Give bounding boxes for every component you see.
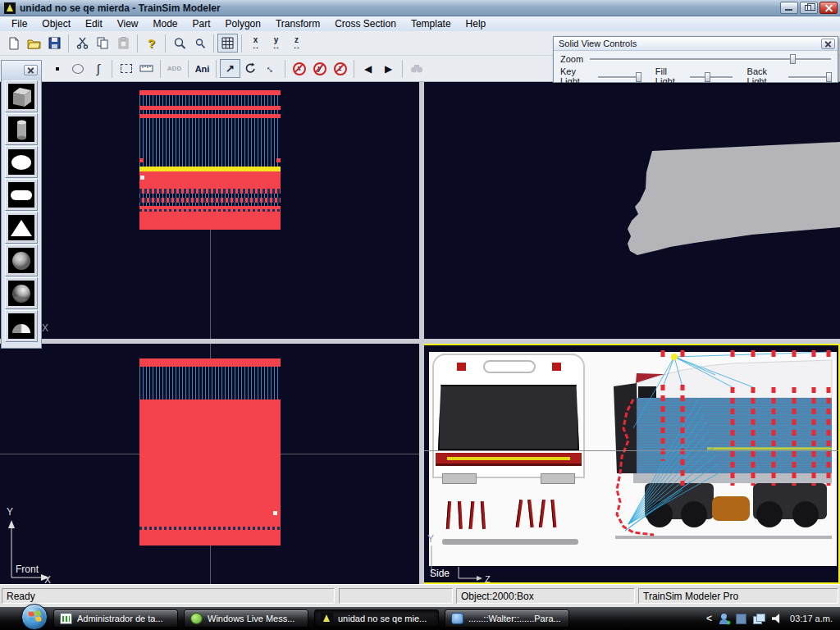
mirror-x-button[interactable]: x↔ (245, 34, 266, 52)
copy-button[interactable] (93, 34, 113, 52)
next-icon: ▶ (385, 63, 392, 75)
lock-z-button[interactable]: z (330, 59, 350, 78)
fill-light-slider[interactable] (690, 71, 733, 82)
tray-network-icon[interactable] (753, 614, 765, 623)
lock-x-icon: x (293, 62, 306, 75)
menu-polygon[interactable]: Polygon (218, 17, 268, 31)
box-icon (8, 84, 34, 109)
restore-button[interactable] (800, 2, 818, 14)
front-axis-x-label: X (44, 574, 51, 584)
help-button[interactable]: ? (141, 34, 162, 52)
primitive-cone-button[interactable] (5, 212, 38, 244)
viewport-splitter-horizontal[interactable] (0, 339, 840, 344)
open-file-icon (27, 37, 41, 49)
menu-edit[interactable]: Edit (78, 17, 110, 31)
ellipse-tool-button[interactable] (67, 59, 88, 78)
viewport-side-active[interactable]: Y Side Z (422, 344, 840, 584)
close-button[interactable] (819, 2, 838, 14)
taskbar-button-chat[interactable]: ......::Walter::......Para... (445, 609, 569, 628)
menu-object[interactable]: Object (34, 17, 78, 31)
mirror-z-button[interactable]: z↔ (286, 34, 307, 52)
back-light-slider[interactable] (788, 71, 831, 82)
title-bar[interactable]: unidad no se qe mierda - TrainSim Modele… (0, 0, 840, 16)
dome-icon (8, 313, 34, 339)
windshield (438, 385, 579, 450)
viewport-top[interactable]: X (0, 82, 419, 339)
taskbar-button-task-manager[interactable]: Administrador de ta... (53, 609, 178, 628)
minimize-button[interactable] (780, 2, 798, 14)
primitives-palette[interactable] (1, 60, 42, 349)
vertex-handle[interactable] (140, 176, 144, 180)
primitives-palette-titlebar[interactable] (2, 61, 41, 80)
solid-view-controls-titlebar[interactable]: Solid View Controls (554, 37, 838, 51)
zoom-in-button[interactable] (169, 34, 189, 52)
primitive-cylinder-button[interactable] (5, 113, 38, 145)
tray-messenger-icon[interactable] (719, 614, 729, 624)
scale-tool-button[interactable]: ↔ (261, 59, 281, 78)
primitive-ellipse-button[interactable] (5, 146, 38, 178)
viewport-splitter-vertical[interactable] (419, 82, 424, 584)
primitive-dome-button[interactable] (5, 310, 38, 342)
cut-button[interactable] (72, 34, 93, 52)
zoom-out-button[interactable] (189, 34, 210, 52)
curve-tool-button[interactable]: ∫ (88, 59, 108, 78)
animation-button[interactable]: Ani (192, 59, 212, 78)
primitive-box-button[interactable] (5, 80, 38, 112)
menu-view[interactable]: View (110, 17, 146, 31)
chat-icon (451, 613, 463, 624)
taskbar-button-messenger[interactable]: Windows Live Mess... (184, 609, 308, 628)
tray-app-icon[interactable] (736, 614, 746, 624)
primitive-capsule-button[interactable] (5, 179, 38, 211)
tray-volume-icon[interactable] (772, 614, 783, 623)
zoom-slider[interactable] (590, 53, 831, 64)
save-button[interactable] (44, 34, 65, 52)
taskbar-button-trainsim[interactable]: unidad no se qe mie... (314, 609, 439, 628)
menu-help[interactable]: Help (459, 17, 494, 31)
menu-file[interactable]: File (4, 17, 34, 31)
grid-toggle-button[interactable] (217, 34, 238, 52)
palette-close-button[interactable] (821, 39, 835, 49)
mirror-y-button[interactable]: y↔ (266, 34, 286, 52)
move-tool-button[interactable]: ↗ (220, 59, 240, 78)
new-file-button[interactable] (3, 34, 24, 52)
measure-button[interactable] (136, 59, 157, 78)
menu-cross-section[interactable]: Cross Section (327, 17, 404, 31)
next-button[interactable]: ▶ (378, 59, 399, 78)
svg-text:Y: Y (427, 533, 434, 545)
binoculars-icon (410, 63, 423, 74)
svg-text:Z: Z (485, 574, 491, 583)
top-view-wireframe-object[interactable] (139, 90, 281, 230)
menu-transform[interactable]: Transform (268, 17, 327, 31)
cone-icon (8, 215, 34, 240)
primitive-geosphere-button[interactable] (5, 277, 38, 309)
selected-vertex[interactable] (671, 354, 678, 360)
paste-button[interactable] (113, 34, 134, 52)
add-button[interactable]: ADD (164, 59, 185, 78)
solid-view-controls-title: Solid View Controls (559, 39, 637, 48)
open-file-button[interactable] (24, 34, 44, 52)
point-tool-button[interactable] (47, 59, 67, 78)
solid-view-controls-palette[interactable]: Solid View Controls Zoom Key Light Fill … (553, 36, 838, 83)
status-empty-panel (339, 588, 453, 604)
key-light-slider[interactable] (598, 71, 641, 82)
select-rect-button[interactable] (116, 59, 136, 78)
vertex-handle[interactable] (273, 511, 277, 515)
menu-template[interactable]: Template (404, 17, 459, 31)
menu-mode[interactable]: Mode (146, 17, 185, 31)
start-button[interactable] (21, 604, 48, 630)
rotate-tool-button[interactable] (240, 59, 261, 78)
primitive-sphere-button[interactable] (5, 244, 38, 276)
lock-y-button[interactable]: y (309, 59, 330, 78)
lock-x-button[interactable]: x (289, 59, 309, 78)
viewport-front[interactable]: Y Front X (0, 344, 419, 584)
primitives-close-button[interactable] (24, 65, 38, 75)
menu-part[interactable]: Part (185, 17, 218, 31)
front-view-object[interactable] (139, 358, 281, 546)
tray-expand-icon[interactable]: < (706, 613, 712, 624)
scale-icon: ↔ (263, 61, 280, 77)
viewport-solid[interactable] (424, 82, 840, 339)
status-ready: Ready (2, 588, 335, 604)
find-button[interactable] (406, 59, 427, 78)
prev-button[interactable]: ◀ (358, 59, 378, 78)
train-side-photo-wireframe (609, 350, 835, 560)
